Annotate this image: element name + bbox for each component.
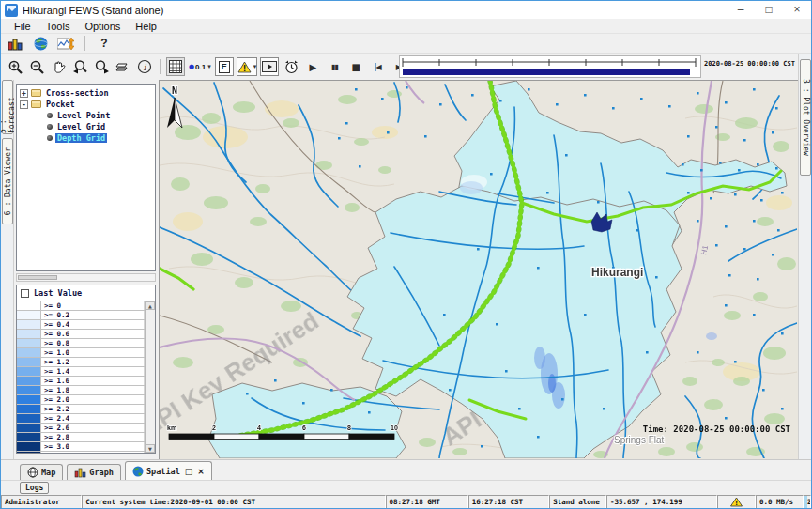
tab-spatial-label: Spatial <box>146 467 180 476</box>
legend-label: >= 2.4 <box>41 414 145 423</box>
grid-icon <box>169 60 182 73</box>
status-bar: Administrator Current system time:2020-0… <box>1 495 811 509</box>
legend-swatch <box>17 414 41 423</box>
legend-row: >= 2.6 <box>17 424 145 433</box>
tree-horizontal-scrollbar[interactable] <box>16 273 156 282</box>
svg-text:i: i <box>144 63 147 72</box>
status-warning[interactable]: ! <box>717 495 756 509</box>
info-button[interactable]: i <box>135 57 154 76</box>
legend-row: >= 1.2 <box>17 358 145 367</box>
legend-label: >= 0 <box>41 301 145 310</box>
tree-node-label: Cross-section <box>44 88 111 98</box>
legend-label: >= 2.0 <box>41 395 145 404</box>
tree-node[interactable]: Level Point <box>17 110 155 121</box>
tree-node[interactable]: Level Grid <box>17 121 155 132</box>
svg-text:!: ! <box>242 64 246 72</box>
close-tab-icon[interactable]: × <box>197 467 205 476</box>
scroll-up-icon[interactable]: ▲ <box>146 301 155 310</box>
legend-row: >= 2.4 <box>17 414 145 424</box>
tree-toggle[interactable]: - <box>20 100 28 109</box>
legend-swatch <box>17 395 41 404</box>
legend-row: >= 0.8 <box>17 339 145 348</box>
legend-scrollbar[interactable]: ▲ ▼ <box>145 301 155 453</box>
tab-forecast[interactable]: 5 : Forecast <box>2 80 13 134</box>
help-button[interactable]: ? <box>95 34 114 53</box>
tree-node-label: Depth Grid <box>55 133 107 143</box>
info-icon: i <box>137 59 152 74</box>
layers-button[interactable] <box>114 57 132 76</box>
legend-row: >= 1.8 <box>17 386 145 395</box>
logs-row: Logs <box>1 480 811 495</box>
warnings-dropdown[interactable]: !▾ <box>237 57 258 76</box>
last-value-row: Last Value <box>17 285 155 301</box>
last-value-checkbox[interactable] <box>21 289 29 298</box>
legend-label: >= 0.2 <box>41 311 145 319</box>
menu-item[interactable]: File <box>7 21 38 32</box>
legend-row: >= 2.8 <box>17 433 145 442</box>
pan-button[interactable] <box>49 57 68 76</box>
tree-node-icon <box>47 113 53 118</box>
logs-button[interactable]: Logs <box>20 482 49 494</box>
minimize-button[interactable]: – <box>727 1 755 19</box>
timeline-progress-bar[interactable] <box>403 69 690 75</box>
legend-row: >= 1.6 <box>17 377 145 386</box>
legend-label: >= 0.4 <box>41 320 145 329</box>
legend-swatch <box>17 442 41 451</box>
scrollbar-thumb[interactable] <box>18 275 57 280</box>
scale-unit: km <box>167 424 176 431</box>
zoom-next-icon <box>94 59 110 75</box>
legend-label: >= 0.6 <box>41 330 145 338</box>
legend-rows: >= 0 >= 0.2 >= 0.4 >= 0.6 >= 0.8 <box>17 301 145 453</box>
grid-toggle-button[interactable] <box>166 57 185 76</box>
legend-row: >= 2.0 <box>17 395 145 405</box>
bottom-tab-bar: Map Graph Spatial □ × <box>1 459 811 480</box>
left-tab-strip: 5 : Forecast 6 : Data Viewer <box>1 80 14 459</box>
menu-item[interactable]: Tools <box>38 21 78 32</box>
pause-button[interactable]: ▮▮ <box>325 57 344 76</box>
stop-button[interactable]: ■ <box>346 57 365 76</box>
zoom-next-button[interactable] <box>92 57 111 76</box>
tree-node-icon <box>31 89 41 97</box>
interval-dropdown[interactable]: ●0.1▾ <box>188 57 212 76</box>
interval-value: 0.1 <box>195 63 206 71</box>
legend-swatch <box>17 311 41 319</box>
stop-icon: ■ <box>352 62 360 72</box>
menu-item[interactable]: Help <box>128 21 164 32</box>
play-button[interactable]: ▶ <box>303 57 322 76</box>
chevron-down-icon: ▾ <box>207 63 211 70</box>
tree-node[interactable]: Depth Grid <box>17 132 155 144</box>
legend-button[interactable]: E <box>215 57 234 76</box>
tab-spatial[interactable]: Spatial □ × <box>125 461 212 480</box>
left-panel: + Cross-section - Pocket Level Point Lev… <box>14 80 159 459</box>
float-tab-icon[interactable]: □ <box>185 467 193 476</box>
map-tab-globe-icon <box>27 467 38 478</box>
tree-node[interactable]: + Cross-section <box>17 87 155 99</box>
maximize-button[interactable]: □ <box>755 1 783 19</box>
animation-settings-button[interactable] <box>282 57 300 76</box>
tab-graph[interactable]: Graph <box>67 464 121 480</box>
zoom-out-button[interactable] <box>27 57 46 76</box>
toolbar-separator <box>84 36 85 51</box>
timeline-slider[interactable] <box>399 55 701 78</box>
step-back-button[interactable]: |◀ <box>368 57 387 76</box>
explorer-button[interactable] <box>6 34 24 53</box>
tab-map[interactable]: Map <box>20 464 63 480</box>
tree-toggle[interactable]: + <box>20 89 28 98</box>
warning-icon: ! <box>730 497 743 507</box>
map-canvas[interactable]: API Key Required API Key Required <box>159 80 798 459</box>
zoom-in-button[interactable] <box>6 57 24 76</box>
pause-icon: ▮▮ <box>331 63 338 71</box>
close-button[interactable]: × <box>783 1 811 19</box>
grid-display-button[interactable] <box>31 34 50 53</box>
tab-plot-overview[interactable]: 3 : Plot Overview <box>800 59 811 176</box>
legend-label: >= 3.0 <box>41 442 145 451</box>
spatial-display-button[interactable] <box>56 34 75 53</box>
tree-node[interactable]: - Pocket <box>17 99 155 110</box>
tree-node-icon <box>47 135 53 141</box>
app-window: Hikurangi FEWS (Stand alone) – □ × FileT… <box>0 0 812 509</box>
animation-display-button[interactable] <box>260 57 279 76</box>
tab-data-viewer[interactable]: 6 : Data Viewer <box>2 138 13 224</box>
scroll-down-icon[interactable]: ▼ <box>146 444 155 453</box>
menu-item[interactable]: Options <box>77 21 128 32</box>
zoom-previous-button[interactable] <box>70 57 89 76</box>
